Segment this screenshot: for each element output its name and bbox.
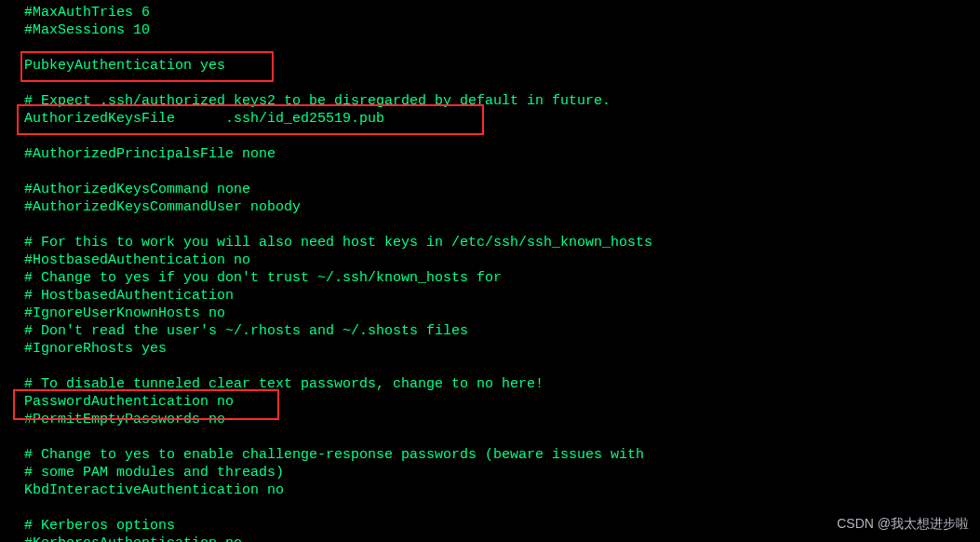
config-line: #PermitEmptyPasswords no xyxy=(24,411,980,428)
config-line xyxy=(24,163,980,181)
config-line: #KerberosAuthentication no xyxy=(24,535,980,542)
config-line: #MaxAuthTries 6 xyxy=(24,4,980,21)
config-line: #AuthorizedKeysCommand none xyxy=(24,181,980,198)
config-line: # Expect .ssh/authorized_keys2 to be dis… xyxy=(24,92,980,110)
config-line: # HostbasedAuthentication xyxy=(24,287,980,305)
config-line: # Change to yes if you don't trust ~/.ss… xyxy=(24,269,980,287)
config-line: AuthorizedKeysFile .ssh/id_ed25519.pub xyxy=(24,110,980,128)
config-line: #IgnoreUserKnownHosts no xyxy=(24,305,980,322)
config-line: #HostbasedAuthentication no xyxy=(24,251,980,269)
config-line: #MaxSessions 10 xyxy=(24,21,980,39)
config-line: PubkeyAuthentication yes xyxy=(24,57,980,75)
config-line: #AuthorizedPrincipalsFile none xyxy=(24,145,980,163)
watermark: CSDN @我太想进步啦 xyxy=(837,515,969,533)
config-line xyxy=(24,75,980,92)
config-line xyxy=(24,128,980,145)
config-line: KbdInteractiveAuthentication no xyxy=(24,481,980,499)
config-line: # some PAM modules and threads) xyxy=(24,464,980,481)
config-line: PasswordAuthentication no xyxy=(24,393,980,411)
config-line xyxy=(24,358,980,375)
config-lines: #MaxAuthTries 6#MaxSessions 10 PubkeyAut… xyxy=(24,4,980,542)
config-line: # To disable tunneled clear text passwor… xyxy=(24,375,980,393)
config-line: # For this to work you will also need ho… xyxy=(24,234,980,251)
config-line xyxy=(24,39,980,57)
config-line: # Don't read the user's ~/.rhosts and ~/… xyxy=(24,322,980,340)
config-line: # Change to yes to enable challenge-resp… xyxy=(24,446,980,464)
terminal-output: #MaxAuthTries 6#MaxSessions 10 PubkeyAut… xyxy=(0,0,980,542)
config-line: #IgnoreRhosts yes xyxy=(24,340,980,358)
config-line: #AuthorizedKeysCommandUser nobody xyxy=(24,198,980,216)
config-line xyxy=(24,428,980,446)
config-line xyxy=(24,216,980,234)
